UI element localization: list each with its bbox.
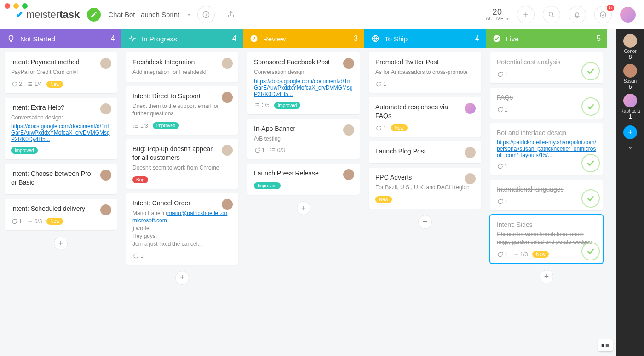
info-button[interactable]: [197, 6, 215, 23]
checklist-progress: 0/3: [27, 218, 42, 225]
task-card[interactable]: Automated responses via FAQs 1New: [369, 97, 481, 137]
task-card[interactable]: International languages 1: [490, 180, 603, 210]
card-meta: 3/5Improved: [254, 102, 353, 109]
assignee-avatar[interactable]: [465, 147, 476, 158]
active-count[interactable]: 20 ACTIVE ▾: [486, 8, 509, 21]
member-conor[interactable]: Conor 8: [623, 34, 637, 60]
add-card-button[interactable]: +: [540, 270, 553, 283]
logo-check-icon: ✔: [16, 9, 23, 20]
column-to-ship: To Ship 4 Promoted Twitter PostAs for Am…: [364, 29, 486, 356]
assignee-avatar[interactable]: [100, 103, 111, 114]
minimize-window-icon[interactable]: [13, 3, 19, 9]
task-card[interactable]: Intent: Scheduled delivery 1 0/3New: [5, 199, 117, 230]
task-card[interactable]: Bot and interface designhttps://patrickh…: [490, 123, 603, 175]
card-link[interactable]: https://docs.google.com/document/d/1ntGa…: [11, 123, 110, 142]
assignee-avatar[interactable]: [343, 169, 354, 180]
task-card[interactable]: Launch Press ReleaseImproved: [247, 164, 360, 195]
window-controls[interactable]: [5, 3, 28, 9]
user-avatar[interactable]: [620, 7, 636, 23]
checklist-progress: 1/3: [512, 251, 528, 258]
column-body[interactable]: Sponsored Facebook PostConversation desi…: [243, 48, 364, 356]
app-logo[interactable]: ✔ meistertask: [16, 9, 80, 21]
workspace-avatar[interactable]: [87, 8, 101, 22]
task-card[interactable]: Intent: Payment methodPayPal or Credit C…: [5, 52, 117, 93]
share-button[interactable]: [222, 6, 240, 23]
task-card[interactable]: Promoted Twitter PostAs for Ambassadors …: [369, 52, 481, 93]
column-count: 5: [597, 34, 601, 43]
card-meta: 2 1/4New: [11, 81, 110, 88]
task-card[interactable]: Intent: Cancel OrderMario Fanelli (mario…: [126, 193, 238, 265]
members-more-icon[interactable]: [627, 146, 633, 150]
assignee-avatar[interactable]: [465, 103, 476, 114]
card-title: Intent: Choose between Pro or Basic: [11, 170, 110, 187]
notifications-button[interactable]: [569, 6, 586, 23]
task-card[interactable]: Bug: Pop-up doesn't appear for all custo…: [126, 139, 238, 189]
column-header[interactable]: Live 5: [486, 29, 607, 48]
task-card[interactable]: Freshdesk IntegrationAdd integration for…: [126, 52, 238, 82]
tasks-done-button[interactable]: 5: [594, 6, 612, 23]
task-card[interactable]: PPC AdvertsFor Bazil, U.S , U.K. and DAC…: [369, 168, 481, 209]
assignee-avatar[interactable]: [222, 92, 233, 103]
assignee-avatar[interactable]: [222, 199, 233, 210]
column-title: Live: [506, 35, 519, 43]
task-card[interactable]: Sponsored Facebook PostConversation desi…: [247, 52, 360, 114]
close-window-icon[interactable]: [5, 3, 10, 9]
card-link[interactable]: https://docs.google.com/document/d/1ntGa…: [254, 78, 353, 97]
column-body[interactable]: Intent: Payment methodPayPal or Credit C…: [0, 48, 121, 356]
add-card-button[interactable]: +: [418, 215, 432, 229]
column-body[interactable]: Potential cost analysis 1FAQs 1Bot and i…: [486, 48, 607, 356]
add-button[interactable]: [517, 6, 535, 23]
add-card-button[interactable]: +: [297, 201, 310, 215]
add-member-button[interactable]: +: [623, 125, 637, 139]
assignee-avatar[interactable]: [100, 204, 111, 215]
column-body[interactable]: Promoted Twitter PostAs for Ambassadors …: [364, 48, 486, 356]
maximize-window-icon[interactable]: [22, 3, 28, 9]
add-card-button[interactable]: +: [54, 237, 68, 250]
card-email-link[interactable]: mario@patrickhoefler.onmicrosoft.com: [132, 210, 227, 224]
active-count-number: 20: [486, 8, 509, 16]
card-meta: 1New: [375, 124, 475, 131]
assignee-avatar[interactable]: [222, 145, 233, 156]
task-card[interactable]: Intent: Direct to SupportDirect them to …: [126, 86, 238, 135]
member-susan[interactable]: Susan 6: [623, 64, 637, 90]
column-body[interactable]: Freshdesk IntegrationAdd integration for…: [121, 48, 243, 356]
card-meta: 1 0/3: [254, 147, 353, 153]
assignee-avatar[interactable]: [343, 58, 354, 69]
card-meta: 1/3Improved: [132, 122, 232, 129]
card-description: PayPal or Credit Card only!: [11, 68, 110, 76]
assignee-avatar[interactable]: [465, 173, 476, 184]
column-header[interactable]: Not Started 4: [0, 29, 121, 48]
card-description: Add integration for Freshdesk!: [132, 68, 232, 76]
workspace-dropdown-icon[interactable]: ▾: [188, 12, 190, 17]
task-card[interactable]: FAQs 1: [490, 88, 603, 119]
svg-rect-1: [206, 14, 207, 16]
comments-count: 2: [11, 81, 22, 87]
column-count: 4: [111, 34, 115, 43]
column-header[interactable]: ? Review 3: [243, 29, 364, 48]
workspace-name[interactable]: Chat Bot Launch Sprint: [108, 11, 179, 18]
task-card[interactable]: Intent: SidesChoose between french fries…: [490, 215, 603, 263]
column-title: Review: [263, 35, 286, 43]
comments-count: 1: [497, 163, 508, 170]
assignee-avatar[interactable]: [100, 58, 111, 69]
task-card[interactable]: Intent: Extra Help?Conversation design:h…: [5, 98, 117, 160]
column-header[interactable]: In Progress 4: [121, 29, 243, 48]
column-header[interactable]: To Ship 4: [364, 29, 486, 48]
assignee-avatar[interactable]: [222, 58, 233, 69]
task-card[interactable]: Launch Blog Post: [369, 141, 481, 163]
pulse-icon: [128, 34, 137, 43]
task-card[interactable]: Potential cost analysis 1: [490, 52, 603, 83]
card-title: Intent: Direct to Support: [132, 92, 232, 101]
member-count: 6: [623, 84, 637, 90]
pencil-icon: [90, 11, 98, 18]
search-button[interactable]: [543, 6, 560, 23]
assignee-avatar[interactable]: [343, 124, 354, 136]
member-raphaela[interactable]: Raphaela 1: [621, 94, 640, 120]
card-title: Intent: Extra Help?: [11, 103, 110, 112]
add-card-button[interactable]: +: [175, 271, 189, 285]
card-link[interactable]: https://patrickhoefler-my.sharepoint.com…: [497, 139, 596, 158]
task-card[interactable]: In-App BannerA/B testing 1 0/3: [247, 119, 360, 159]
view-toggle-button[interactable]: [598, 339, 613, 351]
kanban-board[interactable]: Not Started 4 Intent: Payment methodPayP…: [0, 29, 616, 356]
task-card[interactable]: Intent: Choose between Pro or Basic: [5, 164, 117, 194]
